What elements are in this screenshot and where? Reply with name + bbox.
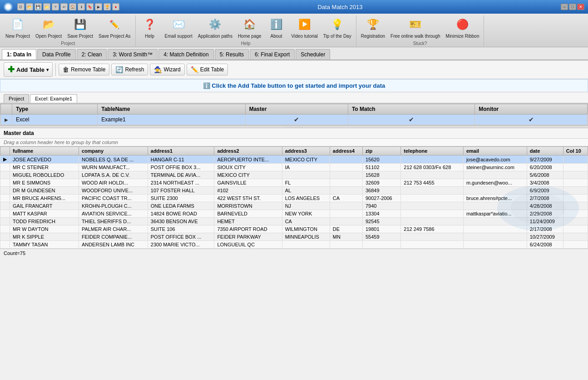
qa-record[interactable]: ●	[112, 3, 119, 10]
save-project-as-button[interactable]: ✏️ Save Project As	[97, 15, 133, 40]
qa-folder[interactable]: 📁	[43, 3, 50, 10]
add-table-button[interactable]: ✚ Add Table ▾	[4, 62, 53, 77]
minimize-ribbon-button[interactable]: 🔴 Minimize Ribbon	[444, 15, 481, 40]
company-col-header[interactable]: company	[79, 147, 148, 155]
master-table-row[interactable]: MATT KASPAR AVIATION SERVICE... 14824 BO…	[0, 210, 588, 218]
master-table-row[interactable]: TAMMY TASAN ANDERSEN LAMB INC 2300 MARIE…	[0, 241, 588, 249]
tab-data-in[interactable]: 1: Data In	[2, 49, 36, 60]
about-button[interactable]: ℹ️ About	[265, 15, 288, 40]
qa-new[interactable]: 🗋	[17, 3, 25, 10]
add-table-icon: ✚	[8, 65, 15, 75]
qa-open[interactable]: 📂	[26, 3, 33, 10]
col10-cell	[563, 179, 588, 187]
row-selector-header	[1, 104, 12, 115]
tab-results[interactable]: 5: Results	[215, 49, 249, 60]
master-table-row[interactable]: MR BRUCE AHRENS... PACIFIC COAST TR... S…	[0, 195, 588, 202]
monitor-cell[interactable]: ✔	[475, 115, 588, 125]
master-check-icon: ✔	[294, 116, 299, 123]
qa-home[interactable]: 🏠	[69, 3, 76, 10]
date-col-header[interactable]: date	[527, 147, 563, 155]
zip-cell: 90027-2006	[362, 195, 400, 202]
wizard-button[interactable]: 🧙 Wizard	[150, 64, 184, 75]
master-table-row[interactable]: MR W DAYTON PALMER AIR CHAR... SUITE 106…	[0, 225, 588, 233]
refresh-icon: 🔄	[115, 66, 123, 73]
master-table-row[interactable]: MR C STEINER WURN MANUFACT... POST OFFIE…	[0, 164, 588, 171]
application-paths-button[interactable]: ⚙️ Application paths	[196, 15, 234, 40]
email-col-header[interactable]: email	[463, 147, 527, 155]
address4-col-header[interactable]: address4	[330, 147, 362, 155]
open-project-button[interactable]: 📂 Open Project	[34, 15, 64, 40]
registration-label: Registration	[361, 34, 385, 39]
remove-table-button[interactable]: 🗑 Remove Table	[59, 64, 110, 75]
home-page-button[interactable]: 🏠 Home page	[236, 15, 263, 40]
restore-button[interactable]: □	[569, 4, 576, 10]
tab-match-definition[interactable]: 4: Match Definition	[158, 49, 213, 60]
address2-cell: LONGUEUIL QC	[214, 241, 282, 249]
master-table-row[interactable]: ▶ JOSE ACEVEDO NOBELES Q, SA DE ... HANG…	[0, 155, 588, 164]
address2-cell: BARNEVELD	[214, 210, 282, 218]
tab-final-export[interactable]: 6: Final Export	[250, 49, 295, 60]
master-table-row[interactable]: MR K SIPPLE FEIDER COMPANIE... POST OFFI…	[0, 233, 588, 241]
wizard-icon: 🧙	[154, 66, 162, 73]
minimize-button[interactable]: ─	[561, 4, 568, 10]
master-row-arrow	[0, 171, 10, 179]
qa-help[interactable]: ?	[52, 3, 59, 10]
fullname-col-header[interactable]: fullname	[10, 147, 79, 155]
tab-data-profile[interactable]: Data Profile	[37, 49, 76, 60]
edit-table-icon: ✏️	[191, 66, 198, 73]
qa-trophy[interactable]: 🏆	[104, 3, 111, 10]
master-table-row[interactable]: MIGUEL ROBOLLEDO LOPATA S.A. DE C.V. TER…	[0, 171, 588, 179]
video-tutorial-button[interactable]: ▶️ Video tutorial	[290, 15, 320, 40]
qa-play[interactable]: ▶	[95, 3, 102, 10]
help-button[interactable]: ❓ Help	[138, 15, 161, 40]
table-row[interactable]: ▶ Excel Example1 ✔ ✔ ✔	[1, 115, 588, 125]
email-support-button[interactable]: ✉️ Email support	[163, 15, 194, 40]
type-column-header[interactable]: Type	[12, 104, 98, 115]
qa-bookmark[interactable]: 🔖	[86, 3, 94, 10]
free-online-walk-through-button[interactable]: 🎫 Free online walk through	[389, 15, 442, 40]
master-table-row[interactable]: DR M GUNDESEN WOODFORD UNIVE... 107 FOST…	[0, 187, 588, 195]
address1-cell: POST OFFIE BOX 3...	[148, 164, 214, 171]
tab-word-smith[interactable]: 3: Word Smith™	[108, 49, 158, 60]
master-table-row[interactable]: GAIL FRANCART KROHN-PLOUGH C... ONE LEDA…	[0, 202, 588, 210]
master-section: Master data Drag a column header here to…	[0, 128, 588, 257]
email-cell	[463, 171, 527, 179]
count-row: Count=75	[0, 249, 588, 257]
close-button[interactable]: ✕	[577, 4, 584, 10]
master-row-arrow: ▶	[0, 155, 10, 164]
refresh-button[interactable]: 🔄 Refresh	[111, 64, 148, 75]
master-table-row[interactable]: TODD FRIEDRICH THIEL SHERIFFS D... 36430…	[0, 218, 588, 225]
edit-table-button[interactable]: ✏️ Edit Table	[187, 64, 228, 75]
edit-table-label: Edit Table	[200, 66, 224, 73]
tomatch-cell[interactable]: ✔	[348, 115, 474, 125]
master-table-row[interactable]: MR E SIMMONS WOOD AIR HOLDI... 2314 NORT…	[0, 179, 588, 187]
master-cell[interactable]: ✔	[245, 115, 348, 125]
tablename-column-header[interactable]: TableName	[98, 104, 245, 115]
zip-col-header[interactable]: zip	[362, 147, 400, 155]
tab-scheduler[interactable]: Scheduler	[296, 49, 330, 60]
col10-col-header[interactable]: Col 10	[563, 147, 588, 155]
monitor-column-header[interactable]: Monitor	[475, 104, 588, 115]
ribbon-group-help: ❓ Help ✉️ Email support ⚙️ Application p…	[136, 15, 356, 47]
master-table-wrapper[interactable]: fullname company address1 address2 addre…	[0, 146, 588, 249]
tab-clean[interactable]: 2: Clean	[77, 49, 107, 60]
telephone-cell	[401, 233, 464, 241]
tip-of-day-button[interactable]: 💡 Tip of the Day	[321, 15, 353, 40]
project-tab[interactable]: Project	[4, 94, 29, 103]
address2-col-header[interactable]: address2	[214, 147, 282, 155]
tomatch-column-header[interactable]: To Match	[348, 104, 474, 115]
registration-button[interactable]: 🏆 Registration	[359, 15, 387, 40]
telephone-col-header[interactable]: telephone	[401, 147, 464, 155]
qa-back[interactable]: ↩	[60, 3, 68, 10]
new-project-label: New Project	[5, 34, 30, 39]
zip-cell: 51102	[362, 164, 400, 171]
address1-col-header[interactable]: address1	[148, 147, 214, 155]
address3-col-header[interactable]: address3	[282, 147, 330, 155]
qa-save[interactable]: 💾	[35, 3, 42, 10]
new-project-button[interactable]: 📄 New Project	[4, 15, 32, 40]
zip-cell: 32609	[362, 179, 400, 187]
qa-info[interactable]: ℹ	[78, 3, 85, 10]
master-column-header[interactable]: Master	[245, 104, 348, 115]
excel-example1-tab[interactable]: Excel: Example1	[30, 94, 77, 103]
save-project-button[interactable]: 💾 Save Project	[65, 15, 95, 40]
